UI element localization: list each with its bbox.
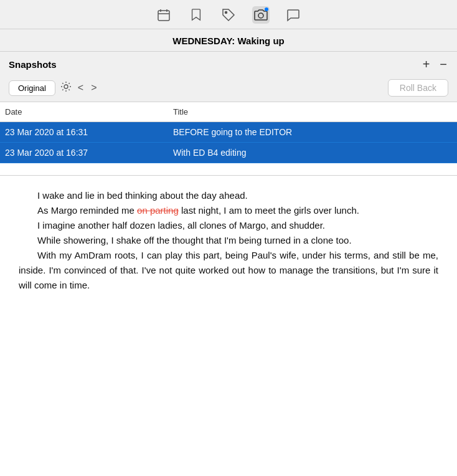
snapshot-date-1: 23 Mar 2020 at 16:37 [0, 143, 168, 163]
title-column-header: Title [168, 105, 457, 119]
preview-para-1: As Margo reminded me on parting last nig… [19, 203, 438, 218]
strikethrough-text: on parting [137, 205, 179, 216]
snapshot-date-0: 23 Mar 2020 at 16:31 [0, 122, 168, 142]
remove-snapshot-button[interactable]: − [438, 58, 448, 70]
svg-point-6 [64, 85, 68, 88]
bookmark-icon[interactable] [187, 6, 205, 24]
svg-point-5 [258, 13, 263, 18]
next-snapshot-button[interactable]: > [90, 82, 98, 93]
preview-area: I wake and lie in bed thinking about the… [0, 176, 457, 476]
comment-icon[interactable] [285, 6, 302, 24]
preview-para-4: With my AmDram roots, I can play this pa… [19, 248, 438, 293]
preview-para-3: While showering, I shake off the thought… [19, 233, 438, 248]
gear-button[interactable] [60, 81, 72, 95]
tag-icon[interactable] [220, 6, 237, 24]
prev-snapshot-button[interactable]: < [77, 82, 85, 93]
svg-rect-0 [158, 11, 169, 21]
svg-point-4 [225, 12, 227, 14]
snapshot-row-0[interactable]: 23 Mar 2020 at 16:31 BEFORE going to the… [0, 122, 457, 143]
calendar-icon[interactable] [155, 6, 172, 24]
controls-row: Original < > Roll Back [0, 75, 457, 102]
header-actions: + − [422, 58, 448, 70]
snapshot-title-1: With ED B4 editing [168, 143, 457, 163]
table-header: Date Title [0, 102, 457, 122]
page-title: WEDNESDAY: Waking up [0, 29, 457, 52]
table-spacer [0, 163, 457, 176]
add-snapshot-button[interactable]: + [422, 58, 431, 70]
camera-icon[interactable] [252, 6, 270, 24]
snapshots-header: Snapshots + − [0, 52, 457, 75]
toolbar [0, 0, 457, 29]
original-button[interactable]: Original [9, 80, 55, 96]
date-column-header: Date [0, 105, 168, 119]
preview-para-0: I wake and lie in bed thinking about the… [19, 188, 438, 203]
preview-para-2: I imagine another half dozen ladies, all… [19, 218, 438, 233]
camera-badge [265, 7, 268, 11]
snapshot-title-0: BEFORE going to the EDITOR [168, 122, 457, 142]
rollback-button[interactable]: Roll Back [388, 79, 448, 97]
snapshot-row-1[interactable]: 23 Mar 2020 at 16:37 With ED B4 editing [0, 143, 457, 163]
snapshots-heading: Snapshots [9, 59, 422, 70]
